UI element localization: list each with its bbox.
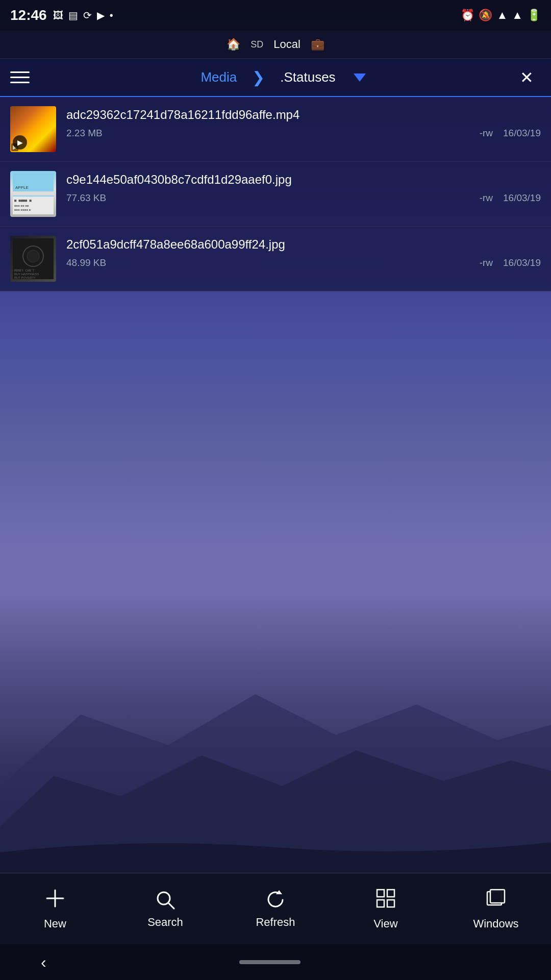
wifi-icon: ▲	[496, 9, 508, 22]
svg-rect-3	[13, 191, 54, 195]
file-item[interactable]: APPLE ■ ■■■■ ■ ■■■ ■■ ■■ ■■■ ■■■■ ■ c9e1…	[0, 162, 551, 227]
hamburger-menu[interactable]	[10, 63, 38, 91]
file-permissions: -rw	[480, 192, 493, 204]
file-info: c9e144e50af0430b8c7cdfd1d29aaef0.jpg 77.…	[66, 171, 541, 204]
search-label: Search	[147, 916, 183, 929]
file-date: 16/03/19	[503, 128, 541, 139]
new-label: New	[44, 917, 66, 930]
file-item[interactable]: MONEY CAN'T BUY HAPPINESS BUT POVERTY 2c…	[0, 227, 551, 291]
mountain-decoration	[0, 633, 551, 888]
file-info: 2cf051a9dcff478a8ee68a600a99ff24.jpg 48.…	[66, 236, 541, 268]
file-date: 16/03/19	[503, 257, 541, 268]
dot-status-icon: •	[110, 10, 113, 21]
view-label: View	[373, 917, 397, 930]
grid-icon	[375, 888, 396, 912]
file-meta: 2.23 MB -rw 16/03/19	[66, 128, 541, 139]
new-button[interactable]: New	[0, 880, 110, 938]
location-bar: 🏠 SD Local 💼	[0, 31, 551, 59]
storage-icon: 💼	[311, 38, 324, 51]
windows-label: Windows	[473, 917, 518, 930]
home-indicator[interactable]	[239, 960, 300, 964]
file-thumbnail: ▶	[10, 106, 56, 152]
status-bar: 12:46 🖼 ▤ ⟳ ▶ • ⏰ 🔕 ▲ ▲ 🔋	[0, 0, 551, 31]
file-meta: 77.63 KB -rw 16/03/19	[66, 192, 541, 204]
svg-rect-21	[387, 900, 394, 907]
navigation-bar: ‹	[0, 944, 551, 980]
battery-icon: 🔋	[527, 9, 541, 22]
signal-icon: ▲	[512, 9, 523, 22]
file-thumbnail: APPLE ■ ■■■■ ■ ■■■ ■■ ■■ ■■■ ■■■■ ■	[10, 171, 56, 217]
back-button[interactable]: ‹	[41, 953, 46, 972]
storage-location[interactable]: 💼	[311, 38, 324, 51]
view-button[interactable]: View	[331, 880, 441, 938]
file-size: 48.99 KB	[66, 257, 469, 268]
file-permissions: -rw	[480, 257, 493, 268]
svg-rect-23	[490, 890, 505, 903]
empty-content-area	[0, 291, 551, 649]
file-permissions: -rw	[480, 128, 493, 139]
menu-line-3	[10, 82, 30, 83]
tab-indicator	[354, 74, 366, 82]
file-thumbnail: MONEY CAN'T BUY HAPPINESS BUT POVERTY	[10, 236, 56, 282]
svg-text:BUT POVERTY: BUT POVERTY	[14, 276, 36, 279]
file-date: 16/03/19	[503, 192, 541, 204]
windows-button[interactable]: Windows	[441, 880, 551, 938]
file-meta: 48.99 KB -rw 16/03/19	[66, 257, 541, 268]
search-icon	[155, 889, 176, 911]
bottom-toolbar: New Search Refresh View	[0, 873, 551, 944]
mute-icon: 🔕	[479, 9, 492, 22]
close-button[interactable]: ✕	[513, 63, 541, 91]
refresh-label: Refresh	[256, 916, 295, 929]
file-name: 2cf051a9dcff478a8ee68a600a99ff24.jpg	[66, 236, 541, 253]
tab-media[interactable]: Media	[185, 64, 252, 90]
image-thumbnail-1: APPLE ■ ■■■■ ■ ■■■ ■■ ■■ ■■■ ■■■■ ■	[10, 171, 56, 217]
status-system-icons: ⏰ 🔕 ▲ ▲ 🔋	[461, 9, 541, 22]
youtube-status-icon: ▶	[97, 9, 105, 21]
tab-separator: ❯	[252, 68, 265, 86]
svg-rect-19	[387, 890, 394, 897]
local-label: Local	[273, 38, 300, 51]
svg-line-16	[168, 903, 174, 909]
file-size: 77.63 KB	[66, 192, 469, 204]
svg-text:BUY HAPPINESS: BUY HAPPINESS	[14, 273, 39, 276]
svg-text:APPLE: APPLE	[15, 185, 29, 190]
plus-icon	[44, 888, 66, 912]
message-status-icon: ▤	[68, 9, 78, 21]
local-location[interactable]: Local	[273, 38, 300, 51]
menu-line-2	[10, 77, 30, 78]
refresh-button[interactable]: Refresh	[220, 881, 331, 937]
menu-line-1	[10, 71, 30, 73]
status-notification-icons: 🖼 ▤ ⟳ ▶ •	[53, 9, 113, 21]
alarm-icon: ⏰	[461, 9, 474, 22]
video-thumbnail: ▶	[10, 106, 56, 152]
app-header: Media ❯ .Statuses ✕	[0, 59, 551, 97]
photo-status-icon: 🖼	[53, 10, 63, 21]
home-location[interactable]: 🏠	[227, 38, 240, 51]
sd-location[interactable]: SD	[251, 39, 263, 50]
svg-text:MONEY CAN'T: MONEY CAN'T	[14, 268, 35, 272]
file-item[interactable]: ▶ adc29362c17241d78a16211fdd96affe.mp4 2…	[0, 97, 551, 162]
tab-statuses[interactable]: .Statuses	[265, 64, 350, 90]
windows-icon	[485, 888, 507, 912]
status-time: 12:46	[10, 7, 47, 23]
svg-text:■ ■■■■ ■: ■ ■■■■ ■	[14, 199, 32, 203]
file-name: adc29362c17241d78a16211fdd96affe.mp4	[66, 106, 541, 124]
home-icon: 🏠	[227, 38, 240, 51]
tabs-container: Media ❯ .Statuses	[38, 64, 513, 90]
image-thumbnail-2: MONEY CAN'T BUY HAPPINESS BUT POVERTY	[10, 236, 56, 282]
svg-point-9	[27, 250, 39, 262]
sync-status-icon: ⟳	[83, 9, 92, 21]
svg-text:■■■ ■■■■ ■: ■■■ ■■■■ ■	[14, 208, 31, 211]
search-button[interactable]: Search	[110, 881, 220, 937]
svg-text:■■■ ■■ ■■: ■■■ ■■ ■■	[14, 204, 29, 207]
file-size: 2.23 MB	[66, 128, 469, 139]
file-list: ▶ adc29362c17241d78a16211fdd96affe.mp4 2…	[0, 97, 551, 291]
file-info: adc29362c17241d78a16211fdd96affe.mp4 2.2…	[66, 106, 541, 139]
sd-icon: SD	[251, 39, 263, 50]
svg-rect-18	[377, 890, 384, 897]
file-name: c9e144e50af0430b8c7cdfd1d29aaef0.jpg	[66, 171, 541, 188]
svg-rect-20	[377, 900, 384, 907]
refresh-icon	[265, 889, 286, 911]
